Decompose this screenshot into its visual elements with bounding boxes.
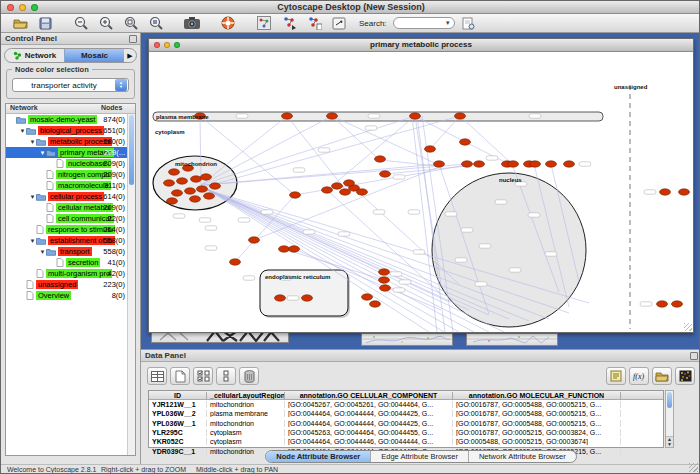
tree-row-establishment-of-lo[interactable]: ▼establishment of lo558(0): [6, 235, 135, 246]
node-label-pill[interactable]: [338, 232, 350, 236]
gene-node[interactable]: [380, 285, 391, 291]
table-row[interactable]: YJR121W__1mitochondrion[GO:0045267, GO:0…: [149, 400, 663, 409]
tree-row-nucleobase-[interactable]: nucleobase-209(0): [6, 158, 135, 169]
tree-expander-icon[interactable]: ▼: [39, 249, 46, 255]
tree-expander-icon[interactable]: ▼: [29, 194, 36, 200]
gene-node[interactable]: [530, 161, 541, 167]
node-label-pill[interactable]: [579, 162, 591, 166]
label-notes-icon[interactable]: [606, 367, 626, 385]
column-header-annotation.GO CELLULAR_COMPONENT[interactable]: annotation.GO CELLULAR_COMPONENT: [285, 392, 453, 399]
node-label-pill[interactable]: [479, 244, 491, 248]
tree-row-cell-communicat[interactable]: cell communicat22(0): [6, 213, 135, 224]
gene-node[interactable]: [275, 295, 286, 301]
browser-tab-edge[interactable]: Edge Attribute Browser: [371, 451, 469, 462]
gene-node[interactable]: [380, 171, 391, 177]
node-label-pill[interactable]: [545, 252, 557, 256]
gene-node[interactable]: [434, 161, 445, 167]
browser-tab-node[interactable]: Node Attribute Browser: [266, 451, 371, 462]
network-graph[interactable]: plasma membranecytoplasmmitochondrionnuc…: [149, 52, 693, 332]
tree-row-primary-metabo[interactable]: ▼primary metabo209(...: [6, 147, 135, 158]
attribute-table[interactable]: ID_cellularLayoutRegionannotation.GO CEL…: [148, 390, 664, 448]
gene-node[interactable]: [564, 161, 575, 167]
node-label-pill[interactable]: [408, 210, 420, 214]
annotations-icon[interactable]: [328, 15, 350, 32]
column-header-ID[interactable]: ID: [149, 392, 207, 399]
new-attribute-icon[interactable]: [170, 367, 190, 385]
gene-node[interactable]: [332, 183, 343, 189]
node-label-pill[interactable]: [238, 218, 250, 222]
float-panel-icon[interactable]: [129, 35, 137, 43]
gene-node[interactable]: [279, 246, 290, 252]
node-label-pill[interactable]: [393, 288, 405, 292]
gene-node[interactable]: [201, 174, 212, 180]
node-label-pill[interactable]: [509, 268, 521, 272]
gene-node[interactable]: [169, 169, 180, 175]
table-row[interactable]: YPL036W__2plasma membrane[GO:0044464, GO…: [149, 409, 663, 418]
node-label-pill[interactable]: [261, 210, 273, 214]
network-window-resize-grip[interactable]: [684, 323, 692, 331]
tree-expander-icon[interactable]: ▼: [39, 150, 46, 156]
node-label-pill[interactable]: [461, 228, 473, 232]
tree-row-unassigned[interactable]: unassigned223(0): [6, 279, 135, 290]
tree-row-secretion[interactable]: secretion41(0): [6, 257, 135, 268]
tree-scrollbar-thumb[interactable]: [129, 115, 134, 185]
node-color-attribute-select[interactable]: transporter activity ▲▼: [12, 78, 129, 92]
node-label-pill[interactable]: [373, 210, 385, 214]
gene-node[interactable]: [190, 196, 201, 202]
zoom-selected-icon[interactable]: [145, 15, 167, 32]
gene-node[interactable]: [679, 189, 690, 195]
import-attributes-icon[interactable]: [652, 367, 672, 385]
table-scrollbar[interactable]: ▲▼: [665, 390, 674, 448]
zoom-fit-icon[interactable]: [120, 15, 142, 32]
tree-row-cellular-process[interactable]: ▼cellular process614(0): [6, 191, 135, 202]
export-network-icon[interactable]: [303, 15, 325, 32]
gene-node[interactable]: [546, 161, 557, 167]
node-label-pill[interactable]: [528, 213, 540, 217]
tree-expander-icon[interactable]: ▼: [29, 139, 36, 145]
gene-node[interactable]: [327, 113, 338, 119]
gene-node[interactable]: [462, 161, 473, 167]
edge[interactable]: [201, 116, 287, 185]
app-resize-grip[interactable]: [689, 463, 698, 472]
gene-node[interactable]: [379, 277, 390, 283]
node-label-pill[interactable]: [173, 214, 185, 218]
gene-node[interactable]: [289, 246, 300, 252]
gene-node[interactable]: [474, 161, 485, 167]
tree-row-multi-organism-pro[interactable]: multi-organism pro42(0): [6, 268, 135, 279]
gene-node[interactable]: [657, 301, 668, 307]
gene-node[interactable]: [290, 192, 301, 198]
network-overview-icon[interactable]: [253, 15, 275, 32]
background-window-3[interactable]: [466, 333, 558, 346]
color-matrix-icon[interactable]: [675, 367, 695, 385]
node-label-pill[interactable]: [393, 175, 405, 179]
edge[interactable]: [204, 164, 467, 185]
tree-row-mosaic-demo-yeast[interactable]: mosaic-demo-yeast874(0): [6, 114, 135, 125]
column-header-_cellularLayoutRegion[interactable]: _cellularLayoutRegion: [207, 392, 285, 399]
tree-row-macromolecule[interactable]: macromolecule311(0): [6, 180, 135, 191]
attribute-editor-icon[interactable]: [147, 367, 167, 385]
gene-node[interactable]: [375, 156, 386, 162]
tree-row-response-to-stimulu[interactable]: response to stimulu264(0): [6, 224, 135, 235]
tree-row-overview[interactable]: Overview8(0): [6, 290, 135, 301]
network-view-window[interactable]: primary metabolic process plasma membran…: [148, 38, 694, 333]
network-view-title-bar[interactable]: primary metabolic process: [149, 39, 693, 52]
node-label-pill[interactable]: [287, 296, 299, 300]
gene-node[interactable]: [230, 259, 241, 265]
edge[interactable]: [287, 116, 344, 188]
table-row[interactable]: YPL036W__1mitochondrion[GO:0044464, GO:0…: [149, 419, 663, 428]
gene-node[interactable]: [508, 161, 519, 167]
gene-node[interactable]: [660, 189, 671, 195]
table-row[interactable]: YLR295Ccytoplasm[GO:0045263, GO:0044464,…: [149, 428, 663, 437]
import-network-icon[interactable]: [278, 15, 300, 32]
tab-mosaic[interactable]: Mosaic: [64, 49, 124, 62]
node-label-pill[interactable]: [640, 302, 652, 306]
edge[interactable]: [332, 116, 380, 160]
snapshot-icon[interactable]: [181, 15, 203, 32]
gene-node[interactable]: [197, 186, 208, 192]
background-window-2[interactable]: [361, 333, 453, 346]
tab-network[interactable]: Network: [5, 49, 64, 62]
gene-node[interactable]: [172, 190, 183, 196]
gene-node[interactable]: [340, 189, 351, 195]
save-session-icon[interactable]: [34, 15, 56, 32]
gene-node[interactable]: [370, 301, 381, 307]
